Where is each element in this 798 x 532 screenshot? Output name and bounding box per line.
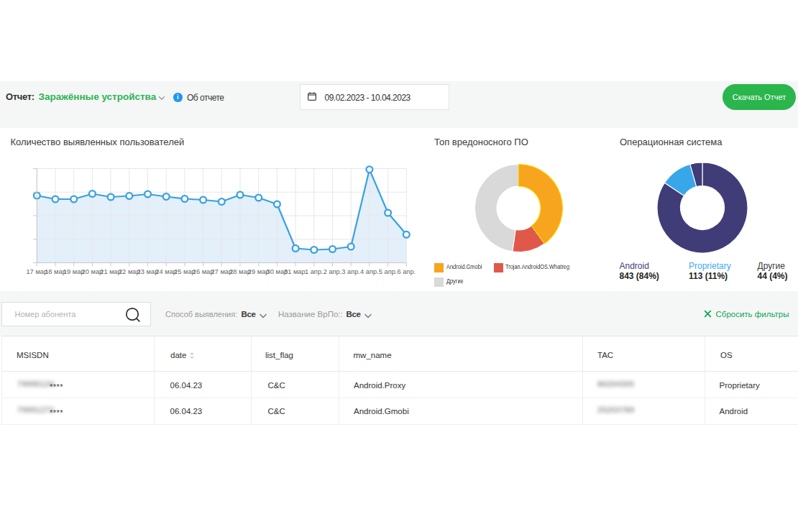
svg-text:31 мар.: 31 мар. [284,268,307,275]
svg-text:3 апр.: 3 апр. [341,268,360,275]
svg-text:4 апр.: 4 апр. [360,268,379,275]
svg-text:1 апр.: 1 апр. [305,268,324,275]
svg-text:6 апр.: 6 апр. [397,268,416,275]
svg-text:5 апр.: 5 апр. [379,268,398,275]
svg-text:2 апр.: 2 апр. [324,268,342,275]
